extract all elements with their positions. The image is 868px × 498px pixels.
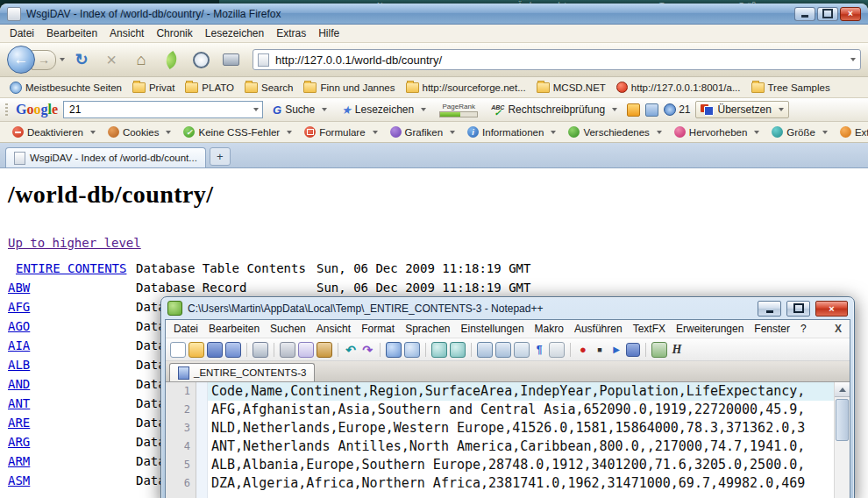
doc-map-icon[interactable]	[651, 342, 667, 358]
npp-menu-bearbeiten[interactable]: Bearbeiten	[203, 321, 265, 337]
bookmark-finn-und-jannes[interactable]: Finn und Jannes	[299, 81, 399, 95]
sync-horizontal-icon[interactable]	[495, 342, 511, 358]
webdev-cookies[interactable]: Cookies	[103, 125, 176, 139]
entry-link[interactable]: AND	[8, 374, 136, 394]
forward-button[interactable]: →	[32, 50, 56, 70]
entry-link[interactable]: ALB	[8, 355, 136, 374]
webdev-outline[interactable]: Hervorheben	[670, 125, 764, 139]
feed-button[interactable]	[158, 48, 184, 71]
zoom-in-icon[interactable]	[431, 342, 447, 358]
npp-menu-sprachen[interactable]: Sprachen	[400, 321, 455, 337]
play-macro-icon[interactable]: ▶	[609, 343, 623, 357]
entry-link[interactable]: ABW	[8, 278, 136, 297]
save-icon[interactable]	[207, 342, 223, 358]
npp-menu-erweiterungen[interactable]: Erweiterungen	[671, 321, 749, 337]
bookmark-tree-samples[interactable]: Tree Samples	[747, 81, 835, 95]
location-dropdown-caret-icon[interactable]	[850, 58, 856, 61]
editor-line[interactable]: AFG,Afghanistan,Asia,Southern and Centra…	[208, 401, 835, 419]
pencil-icon[interactable]	[645, 103, 658, 117]
editor-line[interactable]: ANT,Netherlands Antilles,North America,C…	[208, 438, 835, 456]
save-all-icon[interactable]	[225, 342, 241, 358]
editor[interactable]: 1 2 3 4 5 6 Code,Name,Continent,Region,S…	[166, 382, 850, 498]
find-icon[interactable]	[386, 342, 402, 358]
history-button[interactable]	[188, 48, 214, 71]
npp-menu-textfx[interactable]: TextFX	[628, 321, 671, 337]
npp-menu-ausfuehren[interactable]: Ausführen	[569, 321, 628, 337]
entry-link[interactable]: ASM	[8, 471, 136, 490]
copy-icon[interactable]	[298, 342, 314, 358]
webdev-css[interactable]: ✓Keine CSS-Fehler	[179, 125, 296, 139]
bookmark-localhost-8001[interactable]: http://127.0.0.1:8001/a...	[612, 80, 745, 95]
webdev-forms[interactable]: Formulare	[300, 125, 381, 139]
editor-line[interactable]: DZA,Algeria,Africa,Northern Africa,23817…	[208, 474, 835, 493]
new-tab-button[interactable]: +	[210, 147, 231, 166]
menu-extras[interactable]: Extras	[270, 25, 312, 41]
location-bar[interactable]	[253, 49, 861, 70]
entry-link[interactable]: AGO	[8, 317, 136, 336]
menu-lesezeichen[interactable]: Lesezeichen	[199, 25, 270, 41]
tab-wsgidav[interactable]: WsgiDAV - Index of /world-db/count...	[5, 147, 206, 167]
back-button[interactable]: ←	[7, 46, 35, 74]
bookmark-privat[interactable]: Privat	[128, 81, 179, 95]
editor-line[interactable]: ALB,Albania,Europe,Southern Europe,28748…	[208, 456, 835, 474]
entry-link[interactable]: ARG	[8, 432, 136, 452]
menu-datei[interactable]: Datei	[4, 25, 40, 41]
bookmark-sourceforge[interactable]: http://sourceforge.net...	[402, 81, 530, 95]
npp-menu-makro[interactable]: Makro	[530, 321, 569, 337]
counter-widget[interactable]: 21	[664, 103, 690, 116]
bookmark-mcsd-net[interactable]: MCSD.NET	[532, 81, 610, 95]
entry-link[interactable]: ARE	[8, 413, 136, 432]
print-button[interactable]	[217, 48, 244, 71]
notepad-minimize-button[interactable]	[758, 301, 781, 317]
cut-icon[interactable]	[280, 342, 295, 358]
tab-entire-contents[interactable]: _ENTIRE_CONTENTS-3	[169, 363, 315, 381]
npp-menu-help[interactable]: ?	[795, 321, 812, 337]
entry-link[interactable]: AIA	[8, 336, 136, 355]
show-symbols-icon[interactable]: ¶	[532, 343, 546, 357]
undo-icon[interactable]: ↶	[344, 343, 358, 357]
bookmark-meistbesuchte-seiten[interactable]: Meistbesuchte Seiten	[5, 80, 126, 96]
menu-hilfe[interactable]: Hilfe	[312, 25, 345, 41]
webdev-resize[interactable]: Größe	[767, 125, 832, 139]
webdev-images[interactable]: Grafiken	[386, 125, 459, 139]
menu-chronik[interactable]: Chronik	[150, 25, 198, 41]
webdev-miscellaneous[interactable]: Verschiedenes	[564, 125, 665, 139]
pagerank-indicator[interactable]: PageRank	[436, 103, 481, 117]
webdev-tools[interactable]: Extras	[836, 125, 868, 139]
open-file-icon[interactable]	[189, 342, 204, 358]
google-search-button[interactable]: GSuche	[268, 102, 331, 118]
webdev-disable[interactable]: Deaktivieren	[8, 125, 100, 139]
webdev-information[interactable]: iInformationen	[463, 125, 560, 139]
notepad-close-button[interactable]: ×	[815, 301, 848, 317]
sync-vertical-icon[interactable]	[477, 342, 493, 358]
home-button[interactable]: ⌂	[128, 48, 154, 71]
google-search-box[interactable]	[63, 101, 263, 118]
npp-menu-ansicht[interactable]: Ansicht	[311, 321, 356, 337]
npp-menu-datei[interactable]: Datei	[168, 321, 203, 337]
word-wrap-icon[interactable]	[514, 342, 530, 358]
replace-icon[interactable]	[404, 342, 420, 358]
entry-link[interactable]: AFG	[8, 297, 136, 317]
google-search-input[interactable]	[68, 103, 250, 117]
npp-menu-suchen[interactable]: Suchen	[265, 321, 311, 337]
entry-link[interactable]: ENTIRE CONTENTS	[8, 259, 136, 278]
search-dropdown-caret-icon[interactable]	[253, 108, 259, 111]
npp-menu-einstellungen[interactable]: Einstellungen	[456, 321, 530, 337]
redo-icon[interactable]: ↷	[360, 343, 374, 357]
bookmark-search[interactable]: Search	[240, 81, 297, 95]
up-to-higher-level-link[interactable]: Up to higher level	[8, 236, 141, 250]
spellcheck-button[interactable]: ABC✓Rechtschreibprüfung	[487, 102, 622, 117]
editor-line[interactable]: Code,Name,Continent,Region,SurfaceArea,I…	[208, 382, 835, 401]
bookmark-plato[interactable]: PLATO	[181, 81, 238, 95]
editor-text[interactable]: Code,Name,Continent,Region,SurfaceArea,I…	[208, 382, 835, 498]
translate-button[interactable]: Übersetzen	[695, 101, 788, 118]
history-dropdown-caret-icon[interactable]	[60, 58, 65, 61]
html-preview-icon[interactable]: H	[670, 343, 684, 357]
zoom-out-icon[interactable]	[450, 342, 466, 358]
close-button[interactable]: ×	[840, 7, 861, 21]
reload-button[interactable]: ↻	[68, 48, 95, 71]
npp-menu-format[interactable]: Format	[356, 321, 400, 337]
npp-menu-fenster[interactable]: Fenster	[749, 321, 795, 337]
stop-macro-icon[interactable]: ■	[593, 343, 607, 357]
scroll-up-button[interactable]	[835, 382, 850, 397]
